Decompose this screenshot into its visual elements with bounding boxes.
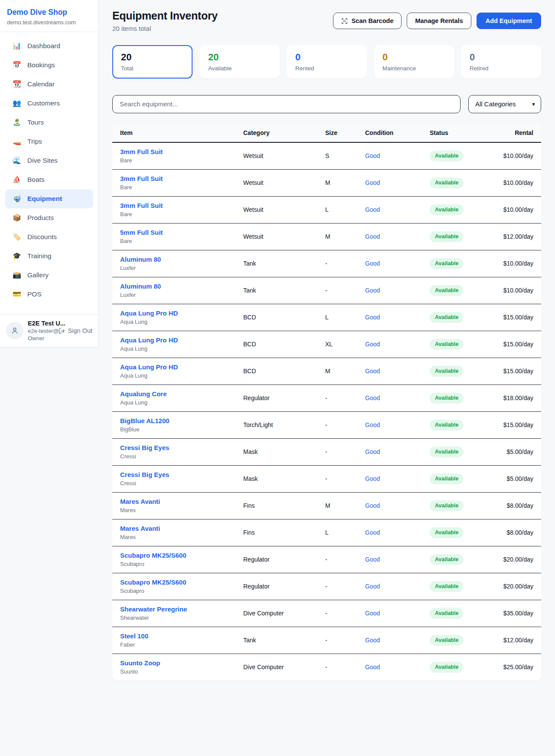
- stat-card[interactable]: 20 Available: [199, 45, 280, 79]
- status-badge: Available: [430, 420, 464, 431]
- item-cell: Cressi Big Eyes Cressi: [120, 444, 242, 460]
- stat-value: 0: [295, 51, 358, 64]
- condition-cell: Good: [365, 314, 428, 321]
- item-name-link[interactable]: 5mm Full Suit: [120, 228, 242, 237]
- sidebar-item[interactable]: 🏝️ Tours: [5, 113, 93, 132]
- sidebar-item[interactable]: 💳 POS: [5, 285, 93, 304]
- category-cell: Wetsuit: [243, 152, 323, 159]
- sidebar-item-label: Products: [27, 214, 54, 222]
- category-cell: BCD: [243, 368, 323, 375]
- item-name-link[interactable]: Aqua Lung Pro HD: [120, 363, 242, 371]
- sidebar-item[interactable]: 🌊 Dive Sites: [5, 151, 93, 170]
- stat-card[interactable]: 0 Maintenance: [374, 45, 454, 79]
- sidebar-item-label: POS: [27, 290, 42, 298]
- item-name-link[interactable]: Scubapro MK25/S600: [120, 578, 242, 586]
- status-badge: Available: [430, 366, 464, 377]
- sidebar-item[interactable]: 📆 Calendar: [5, 75, 93, 94]
- item-name-link[interactable]: BigBlue AL1200: [120, 417, 242, 425]
- status-badge: Available: [430, 447, 464, 457]
- size-cell: S: [325, 152, 363, 159]
- size-cell: M: [325, 179, 363, 186]
- sidebar-item[interactable]: 🎓 Training: [5, 247, 93, 266]
- stat-card[interactable]: 0 Rented: [287, 45, 367, 79]
- size-cell: -: [325, 637, 363, 644]
- sidebar-item[interactable]: 🚤 Trips: [5, 132, 93, 151]
- status-badge: Available: [430, 177, 464, 188]
- sign-out-button[interactable]: Sign Out: [59, 327, 92, 334]
- table-row: Aluminum 80 Luxfer Tank - Good Available…: [112, 250, 541, 277]
- status-cell: Available: [430, 231, 495, 242]
- sidebar-item[interactable]: 🤿 Equipment: [5, 189, 93, 208]
- status-badge: Available: [430, 258, 464, 269]
- sidebar: Demo Dive Shop demo.test.divestreams.com…: [0, 0, 99, 347]
- status-cell: Available: [430, 312, 495, 323]
- condition-cell: Good: [365, 448, 428, 455]
- brand-name[interactable]: Demo Dive Shop: [7, 8, 91, 17]
- item-name-link[interactable]: Mares Avanti: [120, 524, 242, 532]
- table-row: Aqua Lung Pro HD Aqua Lung BCD L Good Av…: [112, 304, 541, 331]
- status-cell: Available: [430, 204, 495, 215]
- rental-cell: $15.00/day: [503, 421, 533, 428]
- sidebar-item[interactable]: 📸 Gallery: [5, 266, 93, 285]
- item-name-link[interactable]: 3mm Full Suit: [120, 148, 242, 156]
- item-name-link[interactable]: Cressi Big Eyes: [120, 470, 242, 479]
- stat-label: Total: [121, 65, 184, 72]
- size-cell: M: [325, 233, 363, 240]
- table-row: Shearwater Peregrine Shearwater Dive Com…: [112, 600, 541, 627]
- sidebar-item-label: Calendar: [27, 80, 55, 88]
- condition-cell: Good: [365, 664, 428, 671]
- item-brand: Cressi: [120, 453, 242, 460]
- item-brand: Shearwater: [120, 615, 242, 621]
- package-icon: 📦: [12, 214, 22, 221]
- camera-icon: 📸: [12, 272, 22, 279]
- item-name-link[interactable]: Suunto Zoop: [120, 659, 242, 667]
- status-cell: Available: [430, 554, 495, 565]
- item-name-link[interactable]: Mares Avanti: [120, 497, 242, 506]
- size-cell: -: [325, 394, 363, 401]
- stat-card[interactable]: 20 Total: [112, 45, 193, 79]
- status-cell: Available: [430, 151, 495, 161]
- sidebar-item[interactable]: 📊 Dashboard: [5, 36, 93, 56]
- user-footer: E2E Test U... e2e-tester@... Owner Sign …: [0, 314, 98, 347]
- condition-cell: Good: [365, 179, 428, 186]
- category-select[interactable]: All Categories: [468, 95, 541, 113]
- item-cell: Aqua Lung Pro HD Aqua Lung: [120, 363, 242, 379]
- item-name-link[interactable]: Steel 100: [120, 632, 242, 640]
- manage-rentals-button[interactable]: Manage Rentals: [407, 13, 471, 29]
- category-cell: Mask: [243, 448, 323, 455]
- stat-value: 0: [470, 51, 532, 64]
- item-name-link[interactable]: Aqua Lung Pro HD: [120, 309, 242, 317]
- item-name-link[interactable]: 3mm Full Suit: [120, 201, 242, 210]
- sidebar-item-label: Dive Sites: [27, 157, 58, 164]
- table-row: Suunto Zoop Suunto Dive Computer - Good …: [112, 654, 541, 680]
- item-name-link[interactable]: Aluminum 80: [120, 255, 242, 263]
- item-name-link[interactable]: Cressi Big Eyes: [120, 444, 242, 452]
- column-header-item: Item: [120, 129, 242, 136]
- item-name-link[interactable]: 3mm Full Suit: [120, 174, 242, 183]
- item-name-link[interactable]: Aluminum 80: [120, 282, 242, 290]
- item-name-link[interactable]: Aqua Lung Pro HD: [120, 336, 242, 344]
- add-equipment-button[interactable]: Add Equipment: [477, 13, 541, 29]
- sidebar-item[interactable]: ⛵ Boats: [5, 170, 93, 189]
- sidebar-item[interactable]: 📦 Products: [5, 208, 93, 227]
- table-row: 3mm Full Suit Bare Wetsuit M Good Availa…: [112, 170, 541, 197]
- sign-out-label: Sign Out: [68, 327, 92, 334]
- rental-cell: $12.00/day: [503, 637, 533, 644]
- status-cell: Available: [430, 393, 495, 404]
- table-header: Item Category Size Condition Status Rent…: [112, 124, 541, 143]
- item-name-link[interactable]: Aqualung Core: [120, 390, 242, 398]
- condition-cell: Good: [365, 610, 428, 617]
- sailboat-icon: ⛵: [12, 176, 22, 183]
- stat-value: 20: [121, 51, 184, 64]
- stat-card[interactable]: 0 Retired: [461, 45, 541, 79]
- item-name-link[interactable]: Shearwater Peregrine: [120, 605, 242, 613]
- sidebar-item[interactable]: 🏷️ Discounts: [5, 227, 93, 247]
- item-name-link[interactable]: Scubapro MK25/S600: [120, 551, 242, 559]
- status-badge: Available: [430, 608, 464, 619]
- scan-barcode-label: Scan Barcode: [352, 17, 394, 24]
- scan-barcode-button[interactable]: Scan Barcode: [333, 13, 402, 29]
- sidebar-item[interactable]: 👥 Customers: [5, 94, 93, 113]
- rental-cell: $5.00/day: [507, 475, 534, 482]
- search-input[interactable]: [112, 95, 460, 113]
- sidebar-item[interactable]: 📅 Bookings: [5, 56, 93, 75]
